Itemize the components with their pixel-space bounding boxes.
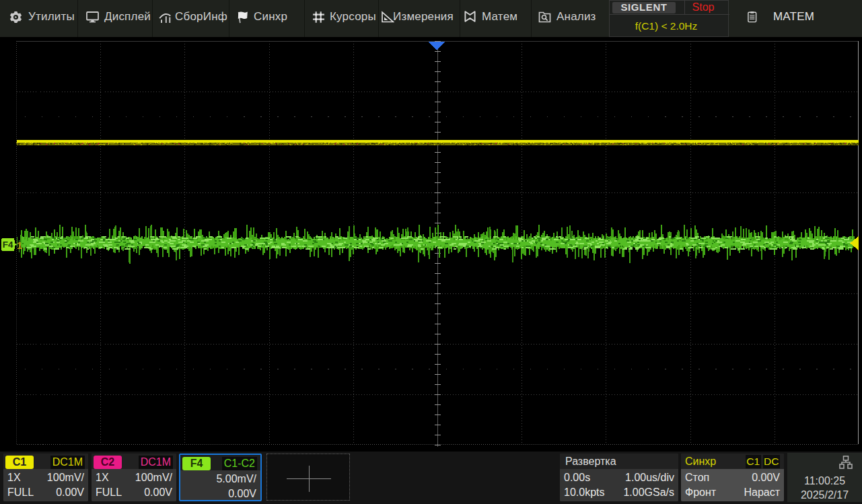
svg-text:F4: F4: [3, 240, 13, 250]
svg-text:1: 1: [17, 240, 22, 251]
